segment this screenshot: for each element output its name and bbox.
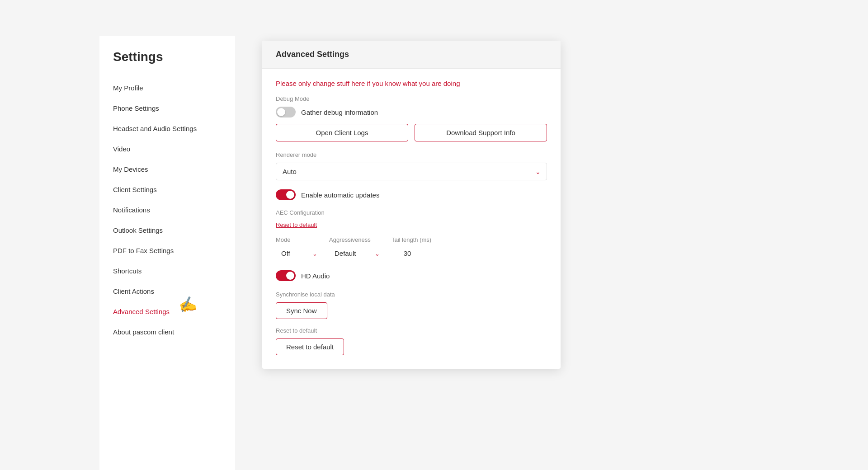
auto-updates-toggle-row: Enable automatic updates bbox=[276, 189, 547, 200]
aec-aggressiveness-dropdown-container: Default Low Medium High ⌄ bbox=[329, 246, 383, 261]
aec-aggressiveness-label: Aggressiveness bbox=[329, 236, 383, 243]
aec-section-header: AEC Configuration Reset to default bbox=[276, 209, 547, 234]
sidebar: Settings My Profile Phone Settings Heads… bbox=[99, 36, 235, 470]
sidebar-item-notifications[interactable]: Notifications bbox=[99, 200, 235, 220]
sidebar-item-headset-audio[interactable]: Headset and Audio Settings bbox=[99, 118, 235, 139]
sidebar-item-client-settings[interactable]: Client Settings bbox=[99, 179, 235, 200]
aec-tail-length-label: Tail length (ms) bbox=[392, 236, 431, 243]
modal-title: Advanced Settings bbox=[276, 50, 349, 59]
sidebar-item-pdf-to-fax[interactable]: PDF to Fax Settings bbox=[99, 240, 235, 261]
renderer-mode-dropdown-container: Auto Software Hardware ⌄ bbox=[276, 163, 547, 180]
hd-audio-toggle-slider[interactable] bbox=[276, 270, 296, 281]
main-content: Advanced Settings Please only change stu… bbox=[235, 36, 868, 470]
gather-debug-label: Gather debug information bbox=[301, 108, 378, 116]
aec-mode-dropdown-container: Off On ⌄ bbox=[276, 246, 321, 261]
sync-local-data-label: Synchronise local data bbox=[276, 291, 547, 298]
open-client-logs-button[interactable]: Open Client Logs bbox=[276, 124, 408, 141]
hd-audio-label: HD Audio bbox=[301, 272, 330, 280]
aec-dropdowns-row: Mode Off On ⌄ Aggressiveness bbox=[276, 236, 547, 261]
sidebar-item-client-actions[interactable]: Client Actions bbox=[99, 281, 235, 301]
reset-to-default-button[interactable]: Reset to default bbox=[276, 338, 344, 355]
debug-toggle-slider[interactable] bbox=[276, 107, 296, 118]
aec-config-label: AEC Configuration bbox=[276, 209, 547, 216]
renderer-mode-select[interactable]: Auto Software Hardware bbox=[276, 163, 547, 180]
modal-header: Advanced Settings bbox=[262, 41, 561, 69]
reset-to-default-section-label: Reset to default bbox=[276, 327, 547, 334]
reset-section: Reset to default Reset to default bbox=[276, 327, 547, 355]
aec-reset-link[interactable]: Reset to default bbox=[276, 221, 317, 228]
page-title: Settings bbox=[99, 45, 235, 78]
sidebar-item-about-pascom[interactable]: About pascom client bbox=[99, 322, 235, 342]
advanced-settings-card: Advanced Settings Please only change stu… bbox=[262, 41, 561, 369]
debug-toggle-row: Gather debug information bbox=[276, 107, 547, 118]
warning-text: Please only change stuff here if you kno… bbox=[276, 80, 547, 87]
aec-aggressiveness-select[interactable]: Default Low Medium High bbox=[329, 246, 383, 261]
hd-audio-toggle[interactable] bbox=[276, 270, 296, 281]
sync-section: Synchronise local data Sync Now bbox=[276, 291, 547, 319]
modal-body: Please only change stuff here if you kno… bbox=[262, 69, 561, 369]
renderer-mode-section: Renderer mode Auto Software Hardware ⌄ bbox=[276, 151, 547, 180]
debug-toggle[interactable] bbox=[276, 107, 296, 118]
settings-page: Settings My Profile Phone Settings Heads… bbox=[0, 0, 868, 470]
sidebar-item-phone-settings[interactable]: Phone Settings bbox=[99, 98, 235, 118]
aec-aggressiveness-field: Aggressiveness Default Low Medium High ⌄ bbox=[329, 236, 383, 261]
aec-tail-length-field: Tail length (ms) bbox=[392, 236, 431, 261]
sidebar-item-outlook-settings[interactable]: Outlook Settings bbox=[99, 220, 235, 240]
aec-mode-label: Mode bbox=[276, 236, 321, 243]
debug-button-row: Open Client Logs Download Support Info bbox=[276, 124, 547, 141]
sidebar-item-my-devices[interactable]: My Devices bbox=[99, 159, 235, 179]
aec-tail-length-input[interactable] bbox=[392, 246, 423, 261]
sidebar-item-advanced-settings[interactable]: Advanced Settings bbox=[99, 301, 235, 322]
sidebar-item-my-profile[interactable]: My Profile bbox=[99, 78, 235, 98]
auto-updates-label: Enable automatic updates bbox=[301, 191, 379, 199]
download-support-info-button[interactable]: Download Support Info bbox=[415, 124, 547, 141]
auto-updates-toggle[interactable] bbox=[276, 189, 296, 200]
hd-audio-toggle-row: HD Audio bbox=[276, 270, 547, 281]
sidebar-item-video[interactable]: Video bbox=[99, 139, 235, 159]
renderer-mode-label: Renderer mode bbox=[276, 151, 547, 158]
aec-mode-select[interactable]: Off On bbox=[276, 246, 321, 261]
debug-mode-label: Debug Mode bbox=[276, 95, 547, 102]
sync-now-button[interactable]: Sync Now bbox=[276, 302, 327, 319]
aec-mode-field: Mode Off On ⌄ bbox=[276, 236, 321, 261]
sidebar-item-shortcuts[interactable]: Shortcuts bbox=[99, 261, 235, 281]
auto-updates-toggle-slider[interactable] bbox=[276, 189, 296, 200]
